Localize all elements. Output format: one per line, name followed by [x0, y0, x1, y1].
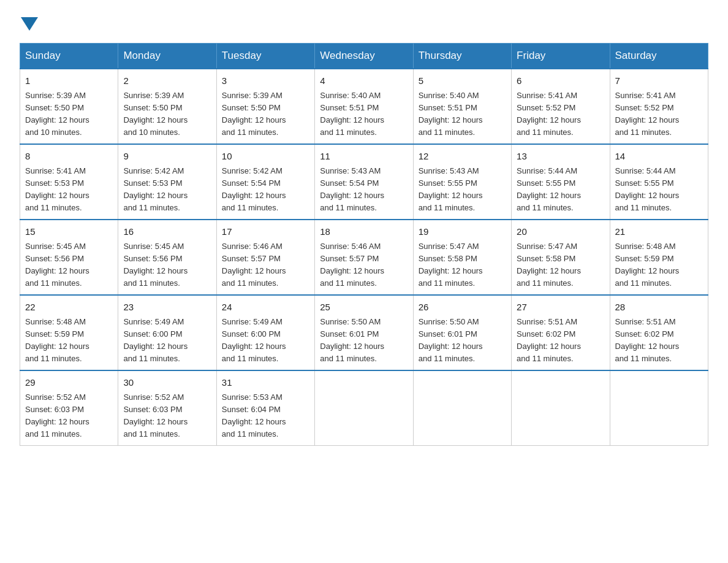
day-info: Sunrise: 5:52 AMSunset: 6:03 PMDaylight:… [123, 391, 211, 441]
day-info: Sunrise: 5:50 AMSunset: 6:01 PMDaylight:… [419, 316, 506, 366]
calendar-cell: 1Sunrise: 5:39 AMSunset: 5:50 PMDaylight… [20, 69, 118, 144]
day-info: Sunrise: 5:46 AMSunset: 5:57 PMDaylight:… [320, 240, 408, 290]
day-number: 2 [123, 74, 211, 88]
day-number: 7 [615, 74, 703, 88]
calendar-cell: 9Sunrise: 5:42 AMSunset: 5:53 PMDaylight… [118, 144, 216, 220]
day-info: Sunrise: 5:40 AMSunset: 5:51 PMDaylight:… [419, 90, 506, 139]
day-info: Sunrise: 5:41 AMSunset: 5:52 PMDaylight:… [517, 90, 604, 139]
day-info: Sunrise: 5:53 AMSunset: 6:04 PMDaylight:… [222, 391, 309, 441]
day-info: Sunrise: 5:50 AMSunset: 6:01 PMDaylight:… [320, 316, 408, 366]
day-of-week-header: Tuesday [216, 44, 314, 69]
day-info: Sunrise: 5:41 AMSunset: 5:53 PMDaylight:… [25, 165, 113, 215]
calendar-cell: 12Sunrise: 5:43 AMSunset: 5:55 PMDayligh… [413, 144, 511, 220]
day-info: Sunrise: 5:39 AMSunset: 5:50 PMDaylight:… [222, 90, 309, 139]
day-number: 10 [222, 150, 309, 164]
day-info: Sunrise: 5:51 AMSunset: 6:02 PMDaylight:… [615, 316, 703, 366]
day-info: Sunrise: 5:39 AMSunset: 5:50 PMDaylight:… [123, 90, 211, 139]
logo-arrow-icon [21, 17, 38, 31]
calendar-cell: 11Sunrise: 5:43 AMSunset: 5:54 PMDayligh… [315, 144, 413, 220]
day-of-week-header: Wednesday [315, 44, 413, 69]
calendar-cell: 30Sunrise: 5:52 AMSunset: 6:03 PMDayligh… [118, 370, 216, 446]
day-number: 28 [615, 301, 703, 315]
calendar-week-row: 8Sunrise: 5:41 AMSunset: 5:53 PMDaylight… [20, 144, 708, 220]
calendar-cell: 15Sunrise: 5:45 AMSunset: 5:56 PMDayligh… [20, 220, 118, 295]
day-of-week-header: Monday [118, 44, 216, 69]
calendar-cell: 13Sunrise: 5:44 AMSunset: 5:55 PMDayligh… [512, 144, 610, 220]
calendar-cell: 7Sunrise: 5:41 AMSunset: 5:52 PMDaylight… [610, 69, 708, 144]
day-number: 1 [25, 74, 113, 88]
day-info: Sunrise: 5:43 AMSunset: 5:54 PMDaylight:… [320, 165, 408, 215]
day-number: 12 [419, 150, 506, 164]
day-number: 30 [123, 376, 211, 390]
day-info: Sunrise: 5:48 AMSunset: 5:59 PMDaylight:… [615, 240, 703, 290]
day-info: Sunrise: 5:47 AMSunset: 5:58 PMDaylight:… [517, 240, 604, 290]
day-of-week-header: Sunday [20, 44, 118, 69]
calendar-cell: 18Sunrise: 5:46 AMSunset: 5:57 PMDayligh… [315, 220, 413, 295]
calendar-cell: 24Sunrise: 5:49 AMSunset: 6:00 PMDayligh… [216, 295, 314, 370]
calendar-cell: 22Sunrise: 5:48 AMSunset: 5:59 PMDayligh… [20, 295, 118, 370]
day-number: 16 [123, 225, 211, 239]
day-number: 8 [25, 150, 113, 164]
calendar-cell: 4Sunrise: 5:40 AMSunset: 5:51 PMDaylight… [315, 69, 413, 144]
calendar-week-row: 29Sunrise: 5:52 AMSunset: 6:03 PMDayligh… [20, 370, 708, 446]
day-info: Sunrise: 5:45 AMSunset: 5:56 PMDaylight:… [25, 240, 113, 290]
day-number: 15 [25, 225, 113, 239]
calendar-cell: 20Sunrise: 5:47 AMSunset: 5:58 PMDayligh… [512, 220, 610, 295]
day-info: Sunrise: 5:41 AMSunset: 5:52 PMDaylight:… [615, 90, 703, 139]
calendar-cell: 8Sunrise: 5:41 AMSunset: 5:53 PMDaylight… [20, 144, 118, 220]
day-number: 21 [615, 225, 703, 239]
calendar-cell: 16Sunrise: 5:45 AMSunset: 5:56 PMDayligh… [118, 220, 216, 295]
day-number: 9 [123, 150, 211, 164]
logo [20, 15, 38, 31]
day-info: Sunrise: 5:44 AMSunset: 5:55 PMDaylight:… [615, 165, 703, 215]
day-number: 24 [222, 301, 309, 315]
calendar-header-row: SundayMondayTuesdayWednesdayThursdayFrid… [20, 44, 708, 69]
calendar-week-row: 22Sunrise: 5:48 AMSunset: 5:59 PMDayligh… [20, 295, 708, 370]
day-info: Sunrise: 5:49 AMSunset: 6:00 PMDaylight:… [123, 316, 211, 366]
calendar-cell: 6Sunrise: 5:41 AMSunset: 5:52 PMDaylight… [512, 69, 610, 144]
calendar-cell: 29Sunrise: 5:52 AMSunset: 6:03 PMDayligh… [20, 370, 118, 446]
day-number: 3 [222, 74, 309, 88]
day-info: Sunrise: 5:48 AMSunset: 5:59 PMDaylight:… [25, 316, 113, 366]
calendar-cell: 3Sunrise: 5:39 AMSunset: 5:50 PMDaylight… [216, 69, 314, 144]
day-info: Sunrise: 5:47 AMSunset: 5:58 PMDaylight:… [419, 240, 506, 290]
day-number: 11 [320, 150, 408, 164]
calendar-table: SundayMondayTuesdayWednesdayThursdayFrid… [20, 43, 708, 446]
day-number: 29 [25, 376, 113, 390]
day-of-week-header: Friday [512, 44, 610, 69]
calendar-week-row: 1Sunrise: 5:39 AMSunset: 5:50 PMDaylight… [20, 69, 708, 144]
day-number: 5 [419, 74, 506, 88]
calendar-cell [315, 370, 413, 446]
calendar-cell: 14Sunrise: 5:44 AMSunset: 5:55 PMDayligh… [610, 144, 708, 220]
page-header [20, 15, 708, 31]
day-number: 17 [222, 225, 309, 239]
day-info: Sunrise: 5:40 AMSunset: 5:51 PMDaylight:… [320, 90, 408, 139]
calendar-cell: 19Sunrise: 5:47 AMSunset: 5:58 PMDayligh… [413, 220, 511, 295]
day-number: 18 [320, 225, 408, 239]
day-info: Sunrise: 5:49 AMSunset: 6:00 PMDaylight:… [222, 316, 309, 366]
calendar-cell: 2Sunrise: 5:39 AMSunset: 5:50 PMDaylight… [118, 69, 216, 144]
calendar-cell [610, 370, 708, 446]
day-info: Sunrise: 5:52 AMSunset: 6:03 PMDaylight:… [25, 391, 113, 441]
day-number: 26 [419, 301, 506, 315]
day-number: 20 [517, 225, 604, 239]
day-info: Sunrise: 5:42 AMSunset: 5:54 PMDaylight:… [222, 165, 309, 215]
day-info: Sunrise: 5:39 AMSunset: 5:50 PMDaylight:… [25, 90, 113, 139]
calendar-cell: 26Sunrise: 5:50 AMSunset: 6:01 PMDayligh… [413, 295, 511, 370]
day-info: Sunrise: 5:44 AMSunset: 5:55 PMDaylight:… [517, 165, 604, 215]
calendar-cell: 17Sunrise: 5:46 AMSunset: 5:57 PMDayligh… [216, 220, 314, 295]
day-number: 6 [517, 74, 604, 88]
day-number: 27 [517, 301, 604, 315]
day-of-week-header: Saturday [610, 44, 708, 69]
calendar-cell: 5Sunrise: 5:40 AMSunset: 5:51 PMDaylight… [413, 69, 511, 144]
calendar-cell: 25Sunrise: 5:50 AMSunset: 6:01 PMDayligh… [315, 295, 413, 370]
calendar-cell: 10Sunrise: 5:42 AMSunset: 5:54 PMDayligh… [216, 144, 314, 220]
day-info: Sunrise: 5:42 AMSunset: 5:53 PMDaylight:… [123, 165, 211, 215]
calendar-cell: 27Sunrise: 5:51 AMSunset: 6:02 PMDayligh… [512, 295, 610, 370]
day-number: 14 [615, 150, 703, 164]
day-number: 23 [123, 301, 211, 315]
calendar-cell: 31Sunrise: 5:53 AMSunset: 6:04 PMDayligh… [216, 370, 314, 446]
calendar-cell: 28Sunrise: 5:51 AMSunset: 6:02 PMDayligh… [610, 295, 708, 370]
day-info: Sunrise: 5:45 AMSunset: 5:56 PMDaylight:… [123, 240, 211, 290]
day-info: Sunrise: 5:51 AMSunset: 6:02 PMDaylight:… [517, 316, 604, 366]
